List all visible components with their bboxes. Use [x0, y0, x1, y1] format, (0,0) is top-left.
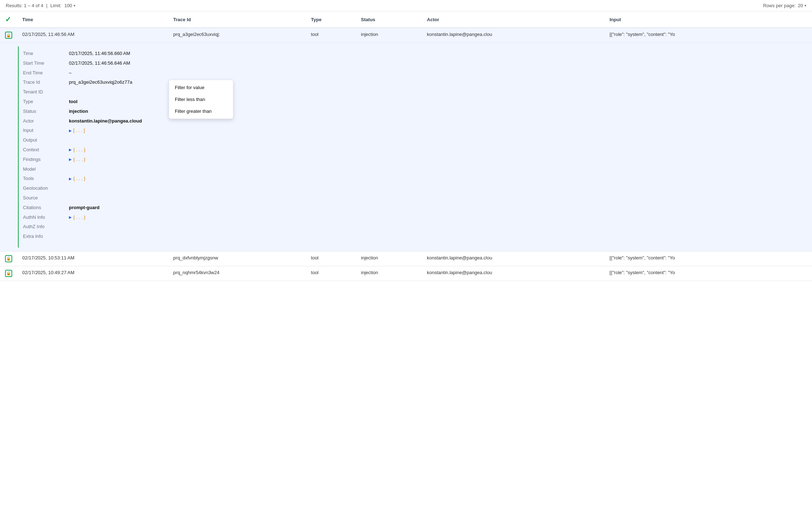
detail-input[interactable]: Input ▶ [ . . . ] [23, 127, 800, 134]
label-model: Model [23, 166, 66, 173]
row-extra [788, 266, 812, 281]
detail-model: Model [23, 166, 800, 173]
context-expand-arrow: ▶ [69, 147, 72, 153]
vertical-line [18, 46, 19, 248]
row-extra [788, 28, 812, 43]
authn-bracket: { . . . } [73, 214, 85, 221]
detail-tenant-id: Tenant ID [23, 88, 800, 96]
row-icon-cell: 🔒 [0, 251, 17, 266]
row-input: [{"role": "system", "content": "Yo [605, 266, 788, 281]
authn-expand-button[interactable]: ▶ { . . . } [69, 214, 85, 221]
label-type: Type [23, 98, 66, 106]
label-trace-id: Trace Id [23, 79, 66, 86]
detail-status: Status injection [23, 108, 800, 115]
findings-expand-button[interactable]: ▶ { . . . } [69, 156, 85, 163]
detail-end-time: End Time – [23, 69, 800, 77]
label-time: Time [23, 50, 66, 57]
col-extra [788, 11, 812, 28]
label-tools: Tools [23, 175, 66, 183]
findings-bracket: { . . . } [73, 156, 85, 163]
detail-citations: Citations prompt-guard [23, 204, 800, 212]
value-end-time: – [69, 69, 71, 77]
row-type: tool [306, 28, 356, 43]
input-expand-arrow: ▶ [69, 128, 72, 134]
header-check: ✓ [0, 11, 17, 28]
col-actor[interactable]: Actor [422, 11, 605, 28]
detail-context[interactable]: Context ▶ { . . . } [23, 146, 800, 154]
detail-source: Source [23, 194, 800, 202]
row-time: 02/17/2025, 11:46:56 AM [17, 28, 168, 43]
label-output: Output [23, 137, 66, 144]
col-trace-id[interactable]: Trace Id [168, 11, 306, 28]
value-trace-id: prq_a3gei2ec63uxviqj2o6z77a [69, 79, 132, 86]
context-menu-filter-greater[interactable]: Filter greater than [169, 105, 233, 117]
detail-cell: Time 02/17/2025, 11:46:56.660 AM Start T… [0, 43, 812, 252]
detail-authn-info[interactable]: AuthN Info ▶ { . . . } [23, 214, 800, 221]
col-status[interactable]: Status [356, 11, 422, 28]
row-trace-id: prq_a3gei2ec63uxviqj: [168, 28, 306, 43]
lock-icon: 🔒 [5, 255, 12, 262]
context-expand-button[interactable]: ▶ { . . . } [69, 146, 85, 154]
table-row[interactable]: 🔒 02/17/2025, 10:49:27 AM prq_nqhmr54kvn… [0, 266, 812, 281]
detail-output: Output [23, 137, 800, 144]
separator: | [46, 3, 47, 8]
label-citations: Citations [23, 204, 66, 212]
rows-per-page-label: Rows per page: [763, 3, 795, 8]
detail-extra-info: Extra Info [23, 233, 800, 240]
value-actor: konstantin.lapine@pangea.cloud [69, 117, 142, 125]
table-row[interactable]: 🔒 02/17/2025, 11:46:56 AM prq_a3gei2ec63… [0, 28, 812, 43]
detail-tools[interactable]: Tools ▶ { . . . } [23, 175, 800, 183]
context-menu-filter-less[interactable]: Filter less than [169, 93, 233, 105]
rows-per-page-dropdown[interactable]: 20 ▾ [798, 3, 806, 8]
results-info: Results: 1 – 4 of 4 | Limit: 100 ▾ [6, 3, 75, 8]
detail-type: Type tool [23, 98, 800, 106]
col-time[interactable]: Time [17, 11, 168, 28]
table-header-row: ✓ Time Trace Id Type Status Actor Input [0, 11, 812, 28]
col-input[interactable]: Input [605, 11, 788, 28]
context-menu-filter-value[interactable]: Filter for value [169, 82, 233, 93]
value-citations: prompt-guard [69, 204, 99, 212]
label-geolocation: Geolocation [23, 185, 66, 192]
label-actor: Actor [23, 117, 66, 125]
detail-trace-id: Trace Id prq_a3gei2ec63uxviqj2o6z77a [23, 79, 800, 86]
input-expand-button[interactable]: ▶ [ . . . ] [69, 127, 85, 134]
row-extra [788, 251, 812, 266]
limit-dropdown[interactable]: 100 ▾ [64, 3, 75, 8]
detail-geolocation: Geolocation [23, 185, 800, 192]
row-input: [{"role": "system", "content": "Yo [605, 251, 788, 266]
table-row[interactable]: 🔒 02/17/2025, 10:53:11 AM prq_dxfvnbtymj… [0, 251, 812, 266]
detail-time: Time 02/17/2025, 11:46:56.660 AM [23, 50, 800, 57]
row-type: tool [306, 251, 356, 266]
label-authz-info: AuthZ Info [23, 223, 66, 231]
value-status: injection [69, 108, 88, 115]
col-type[interactable]: Type [306, 11, 356, 28]
row-trace-id: prq_dxfvnbtymjzgsnw [168, 251, 306, 266]
context-menu: Filter for value Filter less than Filter… [169, 80, 233, 119]
label-findings: Findings [23, 156, 66, 163]
tools-bracket: { . . . } [73, 175, 85, 183]
row-time: 02/17/2025, 10:53:11 AM [17, 251, 168, 266]
row-icon-cell: 🔒 [0, 266, 17, 281]
row-status: injection [356, 251, 422, 266]
detail-row: Time 02/17/2025, 11:46:56.660 AM Start T… [0, 43, 812, 252]
row-actor: konstantin.lapine@pangea.clou [422, 266, 605, 281]
data-table: ✓ Time Trace Id Type Status Actor Input … [0, 11, 812, 281]
findings-expand-arrow: ▶ [69, 157, 72, 162]
tools-expand-button[interactable]: ▶ { . . . } [69, 175, 85, 183]
row-icon-cell: 🔒 [0, 28, 17, 43]
detail-content: Time 02/17/2025, 11:46:56.660 AM Start T… [5, 46, 807, 248]
label-end-time: End Time [23, 69, 66, 77]
value-type: tool [69, 98, 78, 106]
label-extra-info: Extra Info [23, 233, 66, 240]
rows-chevron-icon: ▾ [804, 4, 806, 8]
tools-expand-arrow: ▶ [69, 176, 72, 182]
row-actor: konstantin.lapine@pangea.clou [422, 28, 605, 43]
rows-per-page-value: 20 [798, 3, 803, 8]
lock-icon: 🔒 [5, 32, 12, 39]
row-trace-id: prq_nqhmr54kvn3w24 [168, 266, 306, 281]
check-all-icon: ✓ [5, 15, 11, 23]
limit-chevron-icon: ▾ [74, 4, 75, 8]
detail-findings[interactable]: Findings ▶ { . . . } [23, 156, 800, 163]
row-status: injection [356, 28, 422, 43]
limit-value: 100 [64, 3, 72, 8]
